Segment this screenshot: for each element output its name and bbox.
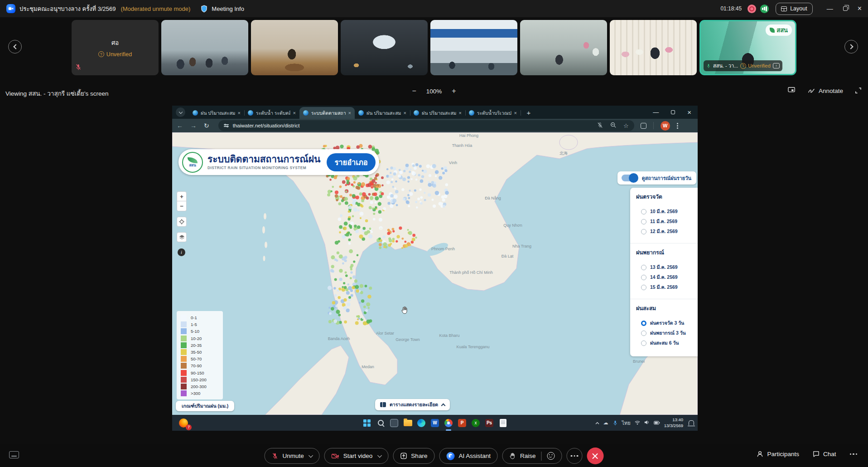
radio-icon[interactable]: [641, 219, 646, 224]
reload-icon[interactable]: ↻: [204, 122, 209, 129]
radio-icon[interactable]: [641, 341, 646, 346]
radio-option[interactable]: 15 มี.ค. 2569: [641, 283, 694, 291]
map-zoom-out-button[interactable]: −: [177, 201, 187, 211]
zoom-level[interactable]: 100%: [426, 88, 442, 95]
participant-video-tile[interactable]: [341, 20, 428, 75]
start-button[interactable]: [361, 417, 373, 429]
more-options-button[interactable]: [566, 448, 582, 464]
participant-video-tile[interactable]: [610, 20, 697, 75]
taskbar-firefox-icon[interactable]: 7: [178, 417, 189, 429]
reactions-smiley-icon[interactable]: [547, 452, 555, 460]
tab-close-icon[interactable]: ×: [238, 110, 241, 116]
tab-close-icon[interactable]: ×: [293, 110, 296, 116]
extensions-icon[interactable]: [641, 123, 646, 129]
map-zoom-in-button[interactable]: +: [177, 191, 187, 201]
raise-hand-button[interactable]: Raise: [502, 448, 562, 464]
minimize-window-button[interactable]: —: [827, 5, 833, 12]
participant-tile-placeholder[interactable]: ศอ ? Unverified: [72, 20, 159, 75]
radio-icon[interactable]: [641, 285, 646, 290]
layout-button[interactable]: Layout: [776, 3, 813, 15]
file-explorer-icon[interactable]: [402, 417, 414, 429]
toggle-switch[interactable]: [622, 175, 638, 181]
unmute-button[interactable]: Unmute: [265, 448, 320, 464]
powerpoint-icon[interactable]: P: [456, 417, 468, 429]
browser-tab[interactable]: ระดับน้ำบริเวณปากแม่น้ำ×: [465, 107, 521, 119]
participant-video-tile[interactable]: [430, 20, 517, 75]
unmute-options-chevron[interactable]: [309, 453, 313, 457]
view-options-icon[interactable]: [788, 87, 796, 95]
radio-option[interactable]: 13 มี.ค. 2569: [641, 263, 694, 271]
radio-icon[interactable]: [641, 275, 646, 280]
browser-tab-active[interactable]: ระบบติดตามสถานการณ์×: [299, 107, 355, 119]
radio-icon[interactable]: [641, 229, 646, 234]
legend-title-button[interactable]: เกณฑ์ปริมาณฝน (มม.): [176, 401, 234, 411]
annotate-button[interactable]: Annotate: [808, 88, 843, 94]
browser-close-button[interactable]: ×: [687, 108, 691, 116]
radio-option[interactable]: 10 มี.ค. 2569: [641, 208, 694, 215]
leave-meeting-button[interactable]: [587, 448, 603, 464]
zoom-in-button[interactable]: +: [452, 87, 456, 95]
tab-close-icon[interactable]: ×: [514, 110, 517, 116]
photoshop-icon[interactable]: Ps: [483, 417, 495, 429]
caption-keyboard-icon[interactable]: [9, 451, 19, 458]
recording-indicator-icon[interactable]: [747, 5, 756, 13]
more-controls-icon[interactable]: [850, 453, 858, 455]
browser-minimize-button[interactable]: —: [653, 109, 659, 116]
taskbar-clock[interactable]: 13:40 13/3/2569: [664, 417, 683, 428]
locate-button[interactable]: [177, 217, 187, 227]
taskbar-search-icon[interactable]: [375, 417, 386, 429]
back-icon[interactable]: ←: [177, 122, 183, 129]
new-tab-button[interactable]: +: [523, 107, 534, 118]
tab-close-icon[interactable]: ×: [404, 110, 406, 116]
chat-button[interactable]: Chat: [813, 451, 836, 457]
tray-language-label[interactable]: ไทย: [622, 419, 631, 427]
radio-option[interactable]: ฝนสะสม 6 วัน: [641, 339, 694, 347]
layers-button[interactable]: [177, 232, 187, 242]
edge-icon[interactable]: [415, 417, 427, 429]
mic-blocked-icon[interactable]: [597, 122, 603, 130]
zoom-out-button[interactable]: −: [412, 87, 416, 95]
radio-icon[interactable]: [641, 331, 646, 336]
radio-option[interactable]: ฝนพยากรณ์ 3 วัน: [641, 329, 694, 337]
radio-option[interactable]: 12 มี.ค. 2569: [641, 228, 694, 235]
forward-icon[interactable]: →: [190, 122, 197, 129]
radio-icon[interactable]: [641, 265, 646, 270]
word-icon[interactable]: W: [429, 417, 441, 429]
connection-stats-icon[interactable]: [760, 5, 769, 13]
battery-icon[interactable]: [654, 420, 660, 426]
restore-window-button[interactable]: [843, 6, 848, 11]
wifi-icon[interactable]: [635, 420, 640, 426]
radio-icon[interactable]: [641, 209, 646, 214]
radio-option[interactable]: ฝนตรวจวัด 3 วัน: [641, 319, 694, 327]
participant-video-tile[interactable]: [520, 20, 607, 75]
radio-selected-icon[interactable]: [641, 321, 646, 326]
browser-tab[interactable]: ฝน ปริมาณสะสม 24 ชม.×: [355, 107, 410, 119]
browser-menu-icon[interactable]: [677, 123, 678, 129]
chrome-icon[interactable]: [443, 417, 454, 429]
notification-bell-icon[interactable]: [689, 420, 694, 425]
tab-close-icon[interactable]: ×: [348, 110, 351, 116]
profile-avatar[interactable]: W: [661, 121, 670, 131]
browser-tab[interactable]: ฝน ปริมาณสะสม 24 ชม.×: [189, 107, 244, 119]
tray-chevron-icon[interactable]: [595, 420, 599, 426]
zoom-page-icon[interactable]: [610, 122, 616, 129]
strip-next-button[interactable]: [844, 40, 858, 54]
tab-close-icon[interactable]: ×: [459, 110, 462, 116]
close-window-button[interactable]: ×: [858, 5, 862, 13]
active-speaker-tile[interactable]: สสน สสน. - วา... ? Unverified ↑: [699, 20, 796, 75]
share-button[interactable]: Share: [393, 448, 434, 464]
site-controls-icon[interactable]: [224, 124, 229, 127]
notepad-icon[interactable]: [497, 417, 509, 429]
detail-table-button[interactable]: ตารางแสดงรายละเอียด: [375, 399, 450, 410]
radio-option[interactable]: 14 มี.ค. 2569: [641, 273, 694, 281]
ai-assistant-button[interactable]: AI Assistant: [439, 448, 498, 464]
xbox-icon[interactable]: x: [470, 417, 482, 429]
participant-video-tile[interactable]: [161, 20, 248, 75]
task-view-icon[interactable]: [388, 417, 400, 429]
volume-icon[interactable]: [644, 420, 650, 426]
video-options-chevron[interactable]: [377, 453, 382, 457]
onedrive-icon[interactable]: ☁: [603, 420, 608, 426]
url-text[interactable]: thaiwater.net/situation/district: [233, 123, 593, 128]
browser-tab[interactable]: ฝน ปริมาณสะสม 24 ชม.×: [410, 107, 465, 119]
participant-video-tile[interactable]: [251, 20, 338, 75]
